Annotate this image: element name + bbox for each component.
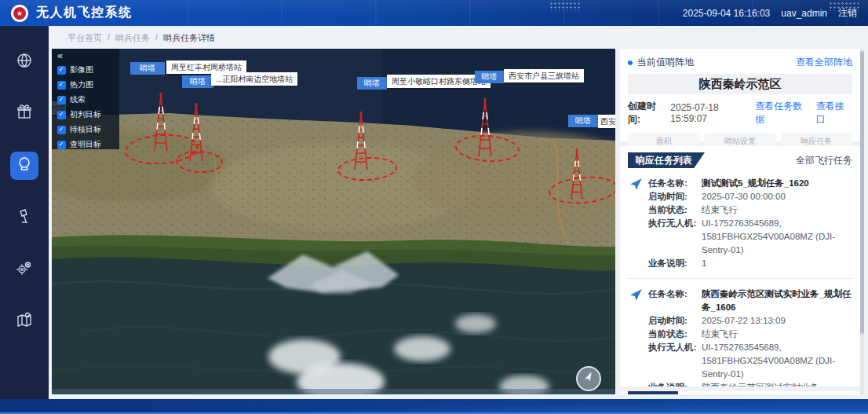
view-all-stations-link[interactable]: 查看全部阵地 <box>796 56 852 69</box>
header-decor-dots <box>549 2 581 11</box>
stat-label: 响应任务 <box>801 136 832 147</box>
breadcrumb: 平台首页 / 哨兵任务 / 哨兵任务详情 <box>67 32 215 44</box>
blue-dot-icon <box>628 60 633 65</box>
sidebar-item-map[interactable] <box>10 307 38 335</box>
gears-icon <box>16 259 33 280</box>
task-list-title-badge: 响应任务列表 <box>628 152 705 168</box>
next-card-badge-partial <box>628 391 678 394</box>
sidebar-item-gears[interactable] <box>10 255 38 284</box>
layer-row-heatmap[interactable]: 热力图 <box>57 79 114 90</box>
layer-label: 初判目标 <box>70 109 101 120</box>
locate-button[interactable] <box>576 366 601 391</box>
tower-label[interactable]: ...正阳村南边空地塔站 <box>211 72 297 86</box>
task-drone: UI-1752763545689, 1581FBHGX254V00A08MZ (… <box>702 341 852 381</box>
map-pin-icon <box>16 311 33 332</box>
task-start-time: 2025-07-22 13:13:09 <box>702 314 852 328</box>
logout-button[interactable]: 注销 <box>838 6 857 20</box>
layer-label: 影像图 <box>70 64 93 75</box>
panel-scrollbar[interactable] <box>860 49 864 394</box>
task-field-label: 执行无人机: <box>648 217 702 257</box>
task-list-card: 响应任务列表 全部飞行任务 任务名称:测试测试5_规划任务_1620 启动时间:… <box>620 146 860 387</box>
header-username[interactable]: uav_admin <box>781 8 827 19</box>
sentry-tower-badge[interactable]: 哨塔 <box>182 75 213 88</box>
created-time-label: 创建时间: <box>628 100 667 126</box>
task-item[interactable]: 任务名称:测试测试5_规划任务_1620 启动时间:2025-07-30 00:… <box>628 177 852 270</box>
map-layer-panel: « 影像图 热力图 线索 初判目标 待核目标 查明目标 <box>52 49 119 149</box>
stat-label: 哨站设置 <box>724 136 756 147</box>
created-time-value: 2025-07-18 15:59:07 <box>670 102 755 124</box>
all-flight-tasks-link[interactable]: 全部飞行任务 <box>796 154 852 167</box>
paper-plane-icon <box>583 372 594 386</box>
task-name: 测试测试5_规划任务_1620 <box>702 177 852 190</box>
layer-row-pending-targets[interactable]: 待核目标 <box>57 124 114 135</box>
checkbox-checked-icon[interactable] <box>57 81 66 90</box>
scrollbar-thumb[interactable] <box>860 51 864 334</box>
checkbox-checked-icon[interactable] <box>57 126 66 134</box>
task-field-label: 执行无人机: <box>648 341 702 381</box>
app-title: 无人机飞控系统 <box>36 5 133 21</box>
breadcrumb-home[interactable]: 平台首页 <box>67 32 102 44</box>
terrain-satellite-view[interactable] <box>52 49 615 394</box>
sidebar-nav <box>0 26 49 399</box>
footer-bar <box>0 399 868 414</box>
sidebar-item-gavel[interactable] <box>10 203 38 232</box>
collapse-panel-icon[interactable]: « <box>57 51 114 60</box>
right-panel: 当前值哨阵地 查看全部阵地 陕西秦岭示范区 创建时间: 2025-07-18 1… <box>620 49 860 394</box>
task-field-label: 启动时间: <box>648 314 702 328</box>
checkbox-checked-icon[interactable] <box>57 96 66 104</box>
header-datetime: 2025-09-04 16:16:03 <box>683 8 770 19</box>
checkbox-checked-icon[interactable] <box>57 141 66 149</box>
tower-label[interactable]: 西安市户县三旗塔站 <box>504 69 584 82</box>
breadcrumb-sentry-tasks[interactable]: 哨兵任务 <box>115 32 150 44</box>
task-status: 结束飞行 <box>702 328 852 341</box>
app-logo: ★ <box>11 5 28 22</box>
sentry-tower-badge[interactable]: 哨塔 <box>357 77 387 90</box>
task-field-label: 任务名称: <box>648 288 702 314</box>
layer-row-clues[interactable]: 线索 <box>57 94 114 105</box>
sidebar-item-drone-active[interactable] <box>10 152 38 180</box>
checkbox-checked-icon[interactable] <box>57 66 66 75</box>
earth-icon <box>16 52 33 72</box>
task-field-label: 当前状态: <box>648 328 702 341</box>
task-desc: 1 <box>702 257 852 270</box>
paper-plane-icon <box>629 288 643 305</box>
layer-label: 查明目标 <box>70 139 101 150</box>
task-name: 陕西秦岭示范区测试实时业务_规划任务_1606 <box>702 288 852 314</box>
task-field-label: 任务名称: <box>648 177 702 190</box>
paper-plane-icon <box>629 178 643 194</box>
task-start-time: 2025-07-30 00:00:00 <box>702 190 852 203</box>
layer-row-confirmed-targets[interactable]: 查明目标 <box>57 139 114 150</box>
tower-label-clipped-right[interactable]: 西安 <box>598 115 615 128</box>
gift-icon <box>16 104 33 124</box>
layer-label: 热力图 <box>70 79 93 90</box>
task-desc: 陕西秦岭示范区测试实时业务 <box>702 381 852 387</box>
breadcrumb-sep: / <box>155 32 158 44</box>
view-task-data-link[interactable]: 查看任务数据 <box>755 100 810 126</box>
breadcrumb-sep: / <box>108 32 110 44</box>
drone-icon <box>16 156 33 176</box>
task-drone: UI-1752763545689, 1581FBHGX254V00A08MZ (… <box>702 217 852 257</box>
sentry-tower-badge[interactable]: 哨塔 <box>475 71 504 83</box>
station-card: 当前值哨阵地 查看全部阵地 陕西秦岭示范区 创建时间: 2025-07-18 1… <box>620 49 860 141</box>
task-field-label: 业务说明: <box>648 381 702 387</box>
task-item[interactable]: 任务名称:陕西秦岭示范区测试实时业务_规划任务_1606 启动时间:2025-0… <box>628 288 852 387</box>
view-api-link[interactable]: 查看接口 <box>816 100 852 126</box>
sentry-tower-badge[interactable]: 哨塔 <box>568 115 598 127</box>
next-card-partial <box>620 391 860 394</box>
gavel-icon <box>16 207 33 228</box>
layer-row-initial-targets[interactable]: 初判目标 <box>57 109 114 120</box>
task-field-label: 业务说明: <box>648 257 702 270</box>
layer-label: 待核目标 <box>70 124 101 135</box>
station-section-title: 当前值哨阵地 <box>637 56 694 69</box>
layer-label: 线索 <box>70 94 86 105</box>
task-field-label: 当前状态: <box>648 203 702 217</box>
checkbox-checked-icon[interactable] <box>57 111 66 119</box>
layer-row-imagery[interactable]: 影像图 <box>57 64 114 75</box>
sidebar-item-gift[interactable] <box>10 100 38 128</box>
app-header: ★ 无人机飞控系统 2025-09-04 16:16:03 uav_admin … <box>0 0 868 26</box>
divider <box>628 278 852 279</box>
map-3d-view[interactable]: 村塔 « 影像图 热力图 线索 初判目标 待核目标 查明目标 <box>52 49 615 394</box>
task-status: 结束飞行 <box>702 203 852 217</box>
sentry-tower-badge[interactable]: 哨塔 <box>130 62 165 75</box>
sidebar-item-earth[interactable] <box>10 48 38 76</box>
